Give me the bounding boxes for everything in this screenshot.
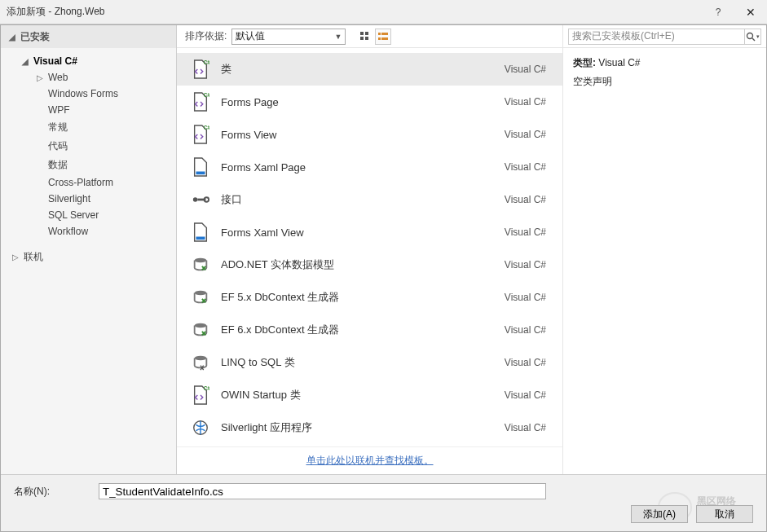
titlebar: 添加新项 - Zhong.Web ? ✕ — [0, 0, 767, 24]
view-list-button[interactable] — [375, 29, 391, 45]
template-row[interactable]: Forms Xaml PageVisual C# — [177, 151, 562, 183]
template-row[interactable]: EF 6.x DbContext 生成器Visual C# — [177, 314, 562, 346]
template-name: ADO.NET 实体数据模型 — [213, 257, 465, 272]
template-name: EF 6.x DbContext 生成器 — [213, 323, 465, 337]
nav-label: Windows Forms — [48, 88, 118, 99]
search-input[interactable]: 搜索已安装模板(Ctrl+E) — [568, 29, 745, 45]
svg-rect-14 — [381, 37, 388, 40]
template-icon — [188, 59, 213, 80]
installed-header[interactable]: ◢ 已安装 — [1, 25, 177, 48]
svg-rect-7 — [360, 32, 364, 35]
nav-code[interactable]: 代码 — [1, 137, 176, 156]
template-name: 类 — [213, 62, 465, 77]
template-lang: Visual C# — [465, 64, 562, 75]
chevron-down-icon: ◢ — [22, 57, 30, 66]
template-row[interactable]: 接口Visual C# — [177, 183, 562, 216]
template-name: Forms View — [213, 129, 465, 141]
nav-online[interactable]: ▷联机 — [1, 248, 176, 266]
type-desc: 空类声明 — [573, 75, 756, 89]
template-row[interactable]: Forms ViewVisual C# — [177, 118, 562, 151]
nav-cross-platform[interactable]: Cross-Platform — [1, 174, 176, 191]
template-name: Forms Page — [213, 96, 465, 108]
template-row[interactable]: Silverlight 应用程序Visual C# — [177, 411, 562, 444]
help-button[interactable]: ? — [702, 7, 734, 18]
sort-selected: 默认值 — [236, 29, 265, 43]
chevron-down-icon: ◢ — [9, 33, 17, 42]
template-icon — [188, 124, 213, 145]
template-icon — [188, 91, 213, 112]
online-templates-link[interactable]: 单击此处以联机并查找模板。 — [306, 455, 434, 466]
template-lang: Visual C# — [465, 357, 562, 368]
template-name: 接口 — [213, 192, 465, 207]
template-name: LINQ to SQL 类 — [213, 355, 465, 370]
template-name: OWIN Startup 类 — [213, 388, 465, 402]
nav-web[interactable]: ▷Web — [1, 69, 176, 86]
template-name: Forms Xaml Page — [213, 161, 465, 174]
template-lang: Visual C# — [465, 129, 562, 140]
nav-silverlight[interactable]: Silverlight — [1, 191, 176, 207]
cancel-button[interactable]: 取消 — [696, 505, 753, 523]
template-row[interactable]: OWIN Startup 类Visual C# — [177, 379, 562, 411]
svg-rect-11 — [378, 33, 381, 35]
template-lang: Visual C# — [465, 422, 562, 433]
nav-visual-csharp[interactable]: ◢ Visual C# — [1, 53, 176, 69]
sort-select[interactable]: 默认值 ▼ — [231, 29, 346, 45]
svg-rect-8 — [365, 32, 368, 35]
template-lang: Visual C# — [465, 292, 562, 303]
svg-point-15 — [747, 33, 753, 38]
type-value: Visual C# — [598, 57, 640, 68]
nav-workflow[interactable]: Workflow — [1, 223, 176, 240]
sort-label: 排序依据: — [185, 29, 227, 43]
template-row[interactable]: 类Visual C# — [177, 53, 562, 86]
template-lang: Visual C# — [465, 324, 562, 336]
nav-label: 联机 — [24, 250, 43, 264]
template-icon — [188, 417, 213, 438]
nav-label: Visual C# — [33, 55, 77, 67]
nav-label: Silverlight — [48, 193, 90, 204]
template-icon — [188, 189, 213, 210]
nav-label: SQL Server — [48, 209, 99, 221]
nav-label: 代码 — [48, 139, 68, 153]
template-icon — [188, 222, 213, 243]
nav-wpf[interactable]: WPF — [1, 102, 176, 118]
svg-rect-13 — [378, 37, 381, 40]
search-placeholder: 搜索已安装模板(Ctrl+E) — [572, 29, 741, 43]
chevron-down-icon: ▾ — [756, 33, 760, 40]
close-button[interactable]: ✕ — [734, 6, 767, 19]
template-name: Silverlight 应用程序 — [213, 420, 465, 435]
template-name: EF 5.x DbContext 生成器 — [213, 290, 465, 305]
nav-general[interactable]: 常规 — [1, 118, 176, 137]
template-row[interactable]: Forms Xaml ViewVisual C# — [177, 216, 562, 248]
template-lang: Visual C# — [465, 259, 562, 270]
template-row[interactable]: LINQ to SQL 类Visual C# — [177, 346, 562, 379]
type-label: 类型: — [573, 57, 596, 68]
nav-sql-server[interactable]: SQL Server — [1, 207, 176, 223]
search-button[interactable]: ▾ — [745, 29, 761, 45]
left-nav: ◢ Visual C# ▷Web Windows Forms WPF 常规 代码… — [1, 48, 177, 474]
template-lang: Visual C# — [465, 161, 562, 173]
name-label: 名称(N): — [14, 485, 99, 499]
chevron-right-icon: ▷ — [12, 253, 20, 262]
nav-windows-forms[interactable]: Windows Forms — [1, 86, 176, 102]
nav-data[interactable]: 数据 — [1, 156, 176, 174]
template-icon — [188, 254, 213, 275]
details-pane: 类型: Visual C# 空类声明 — [562, 48, 766, 474]
template-row[interactable]: EF 5.x DbContext 生成器Visual C# — [177, 281, 562, 314]
nav-label: Web — [48, 72, 68, 83]
chevron-right-icon: ▷ — [37, 73, 45, 82]
template-row[interactable]: Forms PageVisual C# — [177, 86, 562, 118]
template-icon — [188, 385, 213, 406]
svg-rect-10 — [365, 37, 368, 40]
installed-label: 已安装 — [20, 30, 50, 44]
template-row[interactable]: ADO.NET 实体数据模型Visual C# — [177, 248, 562, 281]
name-input[interactable] — [99, 483, 546, 499]
svg-rect-9 — [360, 37, 364, 40]
template-icon — [188, 156, 213, 178]
template-icon — [188, 287, 213, 308]
template-lang: Visual C# — [465, 226, 562, 238]
search-icon — [746, 32, 756, 42]
view-grid-button[interactable] — [357, 29, 373, 45]
nav-label: Cross-Platform — [48, 177, 113, 188]
add-button[interactable]: 添加(A) — [631, 505, 688, 523]
window-title: 添加新项 - Zhong.Web — [7, 5, 702, 19]
